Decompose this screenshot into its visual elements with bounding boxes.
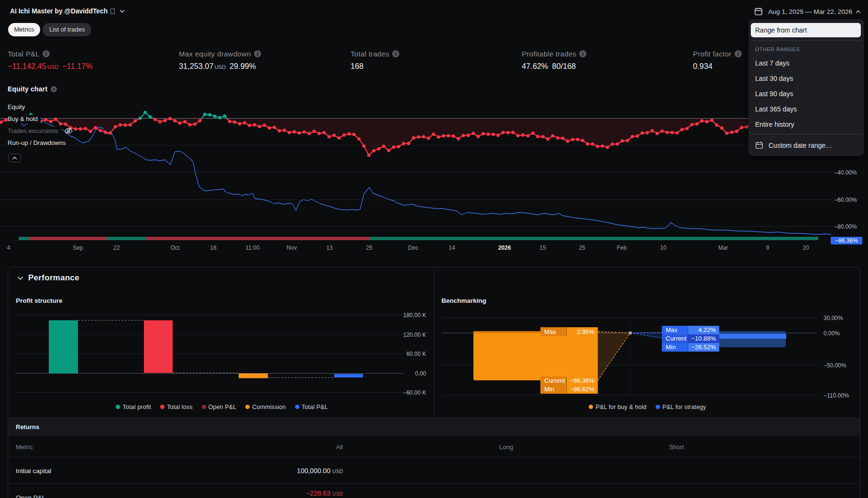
svg-text:−80.00%: −80.00% [834, 223, 857, 230]
svg-text:−40.00%: −40.00% [834, 169, 857, 176]
svg-text:10: 10 [660, 244, 667, 251]
svg-text:9: 9 [766, 244, 769, 251]
svg-text:11:00: 11:00 [245, 244, 259, 251]
svg-text:0.00: 0.00 [415, 370, 427, 377]
svg-text:4: 4 [7, 244, 11, 251]
svg-text:20: 20 [802, 244, 809, 251]
svg-text:25: 25 [579, 244, 585, 251]
svg-text:Oct: Oct [171, 244, 180, 251]
svg-text:2026: 2026 [498, 244, 511, 251]
svg-text:Dec: Dec [408, 244, 418, 251]
svg-text:Mar: Mar [718, 244, 728, 251]
svg-text:15: 15 [539, 244, 546, 251]
svg-text:−110.00%: −110.00% [824, 392, 849, 399]
svg-text:Feb: Feb [617, 244, 627, 251]
svg-text:Sep: Sep [73, 244, 83, 251]
svg-text:25: 25 [366, 244, 373, 251]
svg-text:0.00%: 0.00% [824, 330, 840, 337]
svg-text:Nov: Nov [286, 244, 297, 251]
svg-text:−86.36%: −86.36% [835, 237, 858, 244]
svg-text:?: ? [53, 87, 55, 91]
svg-text:30.00%: 30.00% [824, 315, 843, 321]
svg-text:−50.00%: −50.00% [824, 362, 846, 369]
svg-text:22: 22 [113, 244, 120, 251]
svg-text:60.00 K: 60.00 K [407, 351, 426, 357]
svg-text:18: 18 [210, 244, 217, 251]
svg-text:−60.00 K: −60.00 K [403, 389, 426, 396]
svg-text:120.00 K: 120.00 K [403, 332, 426, 338]
svg-text:−60.00%: −60.00% [834, 197, 857, 203]
svg-text:13: 13 [326, 244, 333, 251]
svg-text:14: 14 [449, 244, 455, 251]
svg-text:180.00 K: 180.00 K [403, 312, 426, 319]
